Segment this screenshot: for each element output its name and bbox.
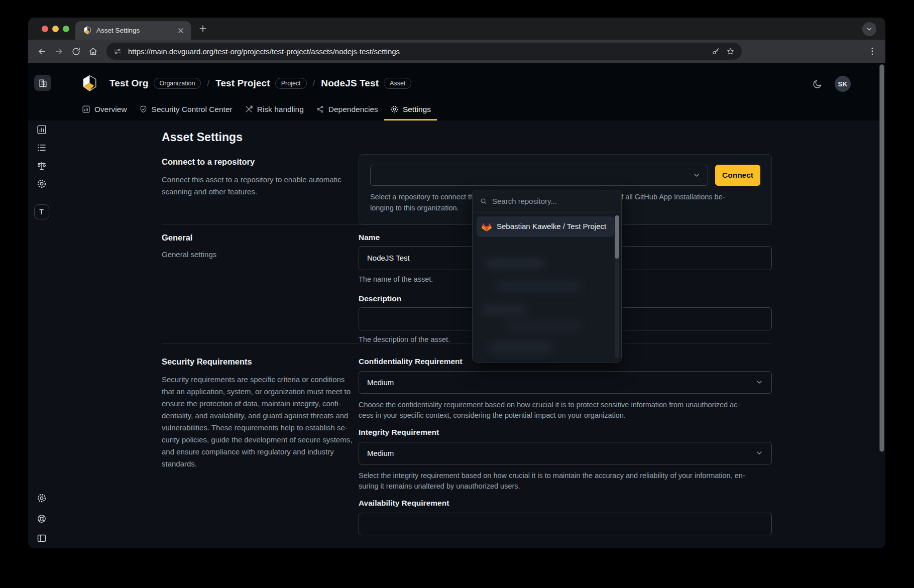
integrity-label: Integrity Requirement	[359, 428, 772, 437]
reload-button[interactable]	[67, 43, 84, 60]
chevron-down-icon	[755, 449, 763, 457]
gear-icon	[390, 105, 399, 113]
browser-toolbar: https://main.devguard.org/test-org/proje…	[28, 40, 885, 63]
settings-gear-icon[interactable]	[36, 493, 47, 504]
repository-select[interactable]	[370, 165, 708, 186]
breadcrumb-separator: /	[207, 78, 209, 88]
tab-settings[interactable]: Settings	[384, 99, 437, 121]
repository-search-input[interactable]: Search repository...	[473, 190, 621, 212]
shield-check-icon	[139, 105, 148, 113]
home-icon	[88, 47, 98, 56]
section-description: Connect this asset to a repository to en…	[162, 174, 353, 198]
settings-page: Asset Settings Connect to a repository C…	[55, 121, 885, 548]
tab-dependencies[interactable]: Dependencies	[310, 99, 384, 121]
close-window-button[interactable]	[42, 26, 48, 32]
org-avatar-t[interactable]: T	[34, 204, 49, 219]
crossed-tools-icon	[245, 105, 253, 113]
help-lifebuoy-icon[interactable]	[36, 514, 47, 524]
connect-button[interactable]: Connect	[715, 165, 760, 186]
devguard-logo	[82, 75, 97, 92]
theme-toggle-moon-icon[interactable]	[812, 79, 823, 89]
chevron-down-icon	[755, 378, 763, 386]
header-controls: SK	[812, 76, 851, 92]
breadcrumb: Test Org Organization / Test Project Pro…	[82, 75, 411, 92]
section-heading: General	[162, 233, 353, 243]
section-heading: Security Requirements	[162, 357, 353, 367]
security-requirements-section: Security Requirements Security requireme…	[162, 344, 772, 535]
new-tab-button[interactable]	[198, 24, 208, 34]
app-header: Test Org Organization / Test Project Pro…	[28, 63, 885, 121]
page-scrollbar-thumb[interactable]	[879, 64, 884, 452]
left-rail: T	[28, 121, 55, 548]
back-button[interactable]	[33, 43, 50, 60]
bookmark-star-icon[interactable]	[726, 47, 735, 56]
url-text[interactable]: https://main.devguard.org/test-org/proje…	[128, 47, 706, 56]
close-tab-icon[interactable]	[177, 27, 185, 35]
availability-label: Availability Requirement	[359, 499, 772, 508]
page-scrollbar[interactable]	[879, 64, 885, 547]
tab-overview[interactable]: Overview	[76, 99, 133, 121]
breadcrumb-asset[interactable]: NodeJS Test	[321, 78, 379, 89]
integrity-select[interactable]: Medium	[359, 442, 772, 464]
search-icon	[480, 197, 488, 205]
confidentiality-select[interactable]: Medium	[359, 371, 772, 394]
forward-icon	[54, 47, 64, 56]
repository-option-label: Sebastian Kawelke / Test Project	[497, 221, 606, 232]
sidebar-toggle-icon[interactable]	[36, 533, 47, 544]
devguard-favicon	[83, 26, 91, 35]
tab-risk-handling[interactable]: Risk handling	[239, 99, 310, 121]
integrity-helper: Select the integrity requirement based o…	[359, 471, 772, 492]
repository-dropdown: Search repository... Sebastian Kawelke /…	[472, 190, 622, 363]
tab-label: Dependencies	[328, 105, 378, 114]
breadcrumb-project[interactable]: Test Project	[215, 78, 270, 89]
desktop: Asset Settings	[0, 0, 914, 588]
list-icon[interactable]	[36, 143, 47, 153]
general-section: General General settings Name NodeJS Tes…	[162, 225, 772, 343]
dropdown-scrollbar[interactable]	[615, 215, 619, 358]
compliance-scale-icon[interactable]	[36, 161, 47, 171]
connect-repository-section: Connect to a repository Connect this ass…	[162, 154, 772, 224]
browser-menu-icon[interactable]	[867, 46, 877, 56]
browser-window: Asset Settings	[28, 18, 885, 548]
stats-overview-icon[interactable]	[36, 125, 47, 135]
availability-select[interactable]	[359, 513, 772, 535]
section-heading: Connect to a repository	[162, 157, 353, 167]
rail-gear-icon[interactable]	[36, 179, 47, 189]
org-badge: Organization	[154, 78, 201, 89]
address-bar[interactable]: https://main.devguard.org/test-org/proje…	[106, 43, 742, 60]
tab-title: Asset Settings	[96, 27, 172, 34]
zoom-window-button[interactable]	[63, 26, 69, 32]
chevron-down-icon	[866, 26, 873, 33]
project-badge: Project	[275, 78, 307, 89]
browser-tab[interactable]: Asset Settings	[75, 21, 191, 40]
tab-security-control-center[interactable]: Security Control Center	[133, 99, 239, 121]
password-key-icon[interactable]	[712, 47, 720, 56]
page-title: Asset Settings	[162, 131, 772, 144]
breadcrumb-separator: /	[313, 78, 315, 88]
home-button[interactable]	[84, 43, 101, 60]
name-value: NodeJS Test	[367, 254, 410, 262]
breadcrumb-org[interactable]: Test Org	[109, 78, 149, 89]
blurred-repository-list	[476, 247, 613, 358]
selected-value: Medium	[367, 449, 394, 457]
section-description: Security requirements are specific crite…	[162, 374, 353, 470]
devguard-app: Test Org Organization / Test Project Pro…	[28, 63, 885, 548]
bar-chart-icon	[82, 105, 90, 113]
repository-option[interactable]: Sebastian Kawelke / Test Project	[477, 216, 614, 237]
asset-badge: Asset	[384, 78, 411, 89]
tab-search-button[interactable]	[862, 22, 876, 36]
tab-label: Overview	[94, 105, 127, 114]
browser-tabstrip: Asset Settings	[28, 18, 885, 40]
chevron-down-icon	[693, 171, 701, 179]
gitlab-icon	[482, 222, 492, 232]
user-avatar[interactable]: SK	[835, 76, 851, 92]
tab-label: Risk handling	[257, 105, 304, 114]
site-info-icon[interactable]	[113, 47, 122, 56]
minimize-window-button[interactable]	[52, 26, 59, 32]
org-switcher-button[interactable]	[34, 75, 51, 91]
forward-button[interactable]	[50, 43, 67, 60]
asset-nav: Overview Security Control Center Risk ha…	[76, 99, 437, 121]
share-network-icon	[316, 105, 324, 113]
dropdown-scrollbar-thumb[interactable]	[615, 215, 619, 259]
building-icon	[38, 78, 48, 88]
